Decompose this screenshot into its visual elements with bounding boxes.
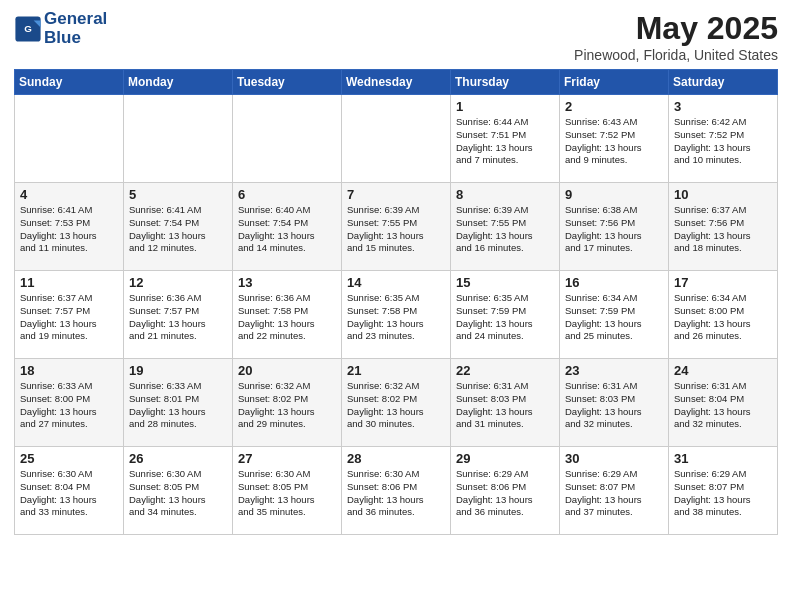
calendar-day-cell: 15Sunrise: 6:35 AM Sunset: 7:59 PM Dayli… bbox=[451, 271, 560, 359]
month-title: May 2025 bbox=[574, 10, 778, 47]
day-number: 19 bbox=[129, 363, 227, 378]
day-info: Sunrise: 6:37 AM Sunset: 7:56 PM Dayligh… bbox=[674, 204, 772, 255]
calendar-day-cell: 31Sunrise: 6:29 AM Sunset: 8:07 PM Dayli… bbox=[669, 447, 778, 535]
calendar-week-row: 18Sunrise: 6:33 AM Sunset: 8:00 PM Dayli… bbox=[15, 359, 778, 447]
day-info: Sunrise: 6:44 AM Sunset: 7:51 PM Dayligh… bbox=[456, 116, 554, 167]
day-number: 9 bbox=[565, 187, 663, 202]
day-number: 4 bbox=[20, 187, 118, 202]
calendar-day-cell: 7Sunrise: 6:39 AM Sunset: 7:55 PM Daylig… bbox=[342, 183, 451, 271]
svg-text:G: G bbox=[24, 22, 32, 33]
calendar-day-cell: 21Sunrise: 6:32 AM Sunset: 8:02 PM Dayli… bbox=[342, 359, 451, 447]
location: Pinewood, Florida, United States bbox=[574, 47, 778, 63]
day-info: Sunrise: 6:41 AM Sunset: 7:54 PM Dayligh… bbox=[129, 204, 227, 255]
day-number: 20 bbox=[238, 363, 336, 378]
weekday-header: Friday bbox=[560, 70, 669, 95]
day-number: 8 bbox=[456, 187, 554, 202]
logo-text: General Blue bbox=[44, 10, 107, 47]
calendar-day-cell: 5Sunrise: 6:41 AM Sunset: 7:54 PM Daylig… bbox=[124, 183, 233, 271]
day-info: Sunrise: 6:30 AM Sunset: 8:05 PM Dayligh… bbox=[129, 468, 227, 519]
day-number: 10 bbox=[674, 187, 772, 202]
day-info: Sunrise: 6:29 AM Sunset: 8:06 PM Dayligh… bbox=[456, 468, 554, 519]
day-info: Sunrise: 6:29 AM Sunset: 8:07 PM Dayligh… bbox=[565, 468, 663, 519]
calendar-body: 1Sunrise: 6:44 AM Sunset: 7:51 PM Daylig… bbox=[15, 95, 778, 535]
calendar-day-cell: 26Sunrise: 6:30 AM Sunset: 8:05 PM Dayli… bbox=[124, 447, 233, 535]
day-info: Sunrise: 6:41 AM Sunset: 7:53 PM Dayligh… bbox=[20, 204, 118, 255]
day-number: 29 bbox=[456, 451, 554, 466]
calendar-day-cell: 9Sunrise: 6:38 AM Sunset: 7:56 PM Daylig… bbox=[560, 183, 669, 271]
calendar-day-cell: 3Sunrise: 6:42 AM Sunset: 7:52 PM Daylig… bbox=[669, 95, 778, 183]
day-info: Sunrise: 6:34 AM Sunset: 7:59 PM Dayligh… bbox=[565, 292, 663, 343]
calendar-day-cell: 30Sunrise: 6:29 AM Sunset: 8:07 PM Dayli… bbox=[560, 447, 669, 535]
day-info: Sunrise: 6:42 AM Sunset: 7:52 PM Dayligh… bbox=[674, 116, 772, 167]
weekday-header: Sunday bbox=[15, 70, 124, 95]
weekday-header: Saturday bbox=[669, 70, 778, 95]
day-number: 17 bbox=[674, 275, 772, 290]
day-number: 31 bbox=[674, 451, 772, 466]
calendar-day-cell: 10Sunrise: 6:37 AM Sunset: 7:56 PM Dayli… bbox=[669, 183, 778, 271]
calendar-day-cell: 18Sunrise: 6:33 AM Sunset: 8:00 PM Dayli… bbox=[15, 359, 124, 447]
day-info: Sunrise: 6:31 AM Sunset: 8:04 PM Dayligh… bbox=[674, 380, 772, 431]
calendar-day-cell: 20Sunrise: 6:32 AM Sunset: 8:02 PM Dayli… bbox=[233, 359, 342, 447]
day-info: Sunrise: 6:39 AM Sunset: 7:55 PM Dayligh… bbox=[347, 204, 445, 255]
calendar-header: SundayMondayTuesdayWednesdayThursdayFrid… bbox=[15, 70, 778, 95]
day-info: Sunrise: 6:30 AM Sunset: 8:06 PM Dayligh… bbox=[347, 468, 445, 519]
day-info: Sunrise: 6:35 AM Sunset: 7:58 PM Dayligh… bbox=[347, 292, 445, 343]
day-number: 28 bbox=[347, 451, 445, 466]
calendar-day-cell: 14Sunrise: 6:35 AM Sunset: 7:58 PM Dayli… bbox=[342, 271, 451, 359]
calendar-day-cell bbox=[233, 95, 342, 183]
day-info: Sunrise: 6:35 AM Sunset: 7:59 PM Dayligh… bbox=[456, 292, 554, 343]
calendar-day-cell: 6Sunrise: 6:40 AM Sunset: 7:54 PM Daylig… bbox=[233, 183, 342, 271]
logo-blue: Blue bbox=[44, 28, 81, 47]
calendar-day-cell: 27Sunrise: 6:30 AM Sunset: 8:05 PM Dayli… bbox=[233, 447, 342, 535]
day-info: Sunrise: 6:33 AM Sunset: 8:01 PM Dayligh… bbox=[129, 380, 227, 431]
calendar-day-cell bbox=[342, 95, 451, 183]
calendar-day-cell: 2Sunrise: 6:43 AM Sunset: 7:52 PM Daylig… bbox=[560, 95, 669, 183]
day-number: 2 bbox=[565, 99, 663, 114]
weekday-header: Monday bbox=[124, 70, 233, 95]
day-info: Sunrise: 6:31 AM Sunset: 8:03 PM Dayligh… bbox=[456, 380, 554, 431]
calendar-week-row: 1Sunrise: 6:44 AM Sunset: 7:51 PM Daylig… bbox=[15, 95, 778, 183]
day-info: Sunrise: 6:38 AM Sunset: 7:56 PM Dayligh… bbox=[565, 204, 663, 255]
day-number: 18 bbox=[20, 363, 118, 378]
calendar-day-cell: 17Sunrise: 6:34 AM Sunset: 8:00 PM Dayli… bbox=[669, 271, 778, 359]
day-info: Sunrise: 6:39 AM Sunset: 7:55 PM Dayligh… bbox=[456, 204, 554, 255]
calendar-day-cell: 11Sunrise: 6:37 AM Sunset: 7:57 PM Dayli… bbox=[15, 271, 124, 359]
day-info: Sunrise: 6:29 AM Sunset: 8:07 PM Dayligh… bbox=[674, 468, 772, 519]
day-number: 12 bbox=[129, 275, 227, 290]
day-info: Sunrise: 6:33 AM Sunset: 8:00 PM Dayligh… bbox=[20, 380, 118, 431]
day-number: 11 bbox=[20, 275, 118, 290]
calendar-day-cell: 24Sunrise: 6:31 AM Sunset: 8:04 PM Dayli… bbox=[669, 359, 778, 447]
day-info: Sunrise: 6:36 AM Sunset: 7:57 PM Dayligh… bbox=[129, 292, 227, 343]
calendar-day-cell: 29Sunrise: 6:29 AM Sunset: 8:06 PM Dayli… bbox=[451, 447, 560, 535]
weekday-header: Thursday bbox=[451, 70, 560, 95]
calendar-day-cell: 12Sunrise: 6:36 AM Sunset: 7:57 PM Dayli… bbox=[124, 271, 233, 359]
weekday-row: SundayMondayTuesdayWednesdayThursdayFrid… bbox=[15, 70, 778, 95]
day-number: 13 bbox=[238, 275, 336, 290]
day-info: Sunrise: 6:40 AM Sunset: 7:54 PM Dayligh… bbox=[238, 204, 336, 255]
calendar-day-cell: 4Sunrise: 6:41 AM Sunset: 7:53 PM Daylig… bbox=[15, 183, 124, 271]
day-number: 3 bbox=[674, 99, 772, 114]
calendar-day-cell: 22Sunrise: 6:31 AM Sunset: 8:03 PM Dayli… bbox=[451, 359, 560, 447]
calendar-day-cell: 28Sunrise: 6:30 AM Sunset: 8:06 PM Dayli… bbox=[342, 447, 451, 535]
calendar-day-cell: 1Sunrise: 6:44 AM Sunset: 7:51 PM Daylig… bbox=[451, 95, 560, 183]
day-number: 15 bbox=[456, 275, 554, 290]
calendar-day-cell bbox=[124, 95, 233, 183]
calendar-week-row: 4Sunrise: 6:41 AM Sunset: 7:53 PM Daylig… bbox=[15, 183, 778, 271]
day-number: 30 bbox=[565, 451, 663, 466]
calendar-day-cell bbox=[15, 95, 124, 183]
calendar-table: SundayMondayTuesdayWednesdayThursdayFrid… bbox=[14, 69, 778, 535]
day-number: 27 bbox=[238, 451, 336, 466]
day-number: 24 bbox=[674, 363, 772, 378]
day-info: Sunrise: 6:43 AM Sunset: 7:52 PM Dayligh… bbox=[565, 116, 663, 167]
calendar-week-row: 25Sunrise: 6:30 AM Sunset: 8:04 PM Dayli… bbox=[15, 447, 778, 535]
day-number: 26 bbox=[129, 451, 227, 466]
day-number: 22 bbox=[456, 363, 554, 378]
logo-icon: G bbox=[14, 15, 42, 43]
header: G General Blue May 2025 Pinewood, Florid… bbox=[14, 10, 778, 63]
day-number: 6 bbox=[238, 187, 336, 202]
logo: G General Blue bbox=[14, 10, 107, 47]
day-number: 14 bbox=[347, 275, 445, 290]
day-number: 21 bbox=[347, 363, 445, 378]
calendar-day-cell: 19Sunrise: 6:33 AM Sunset: 8:01 PM Dayli… bbox=[124, 359, 233, 447]
logo-general: General bbox=[44, 9, 107, 28]
